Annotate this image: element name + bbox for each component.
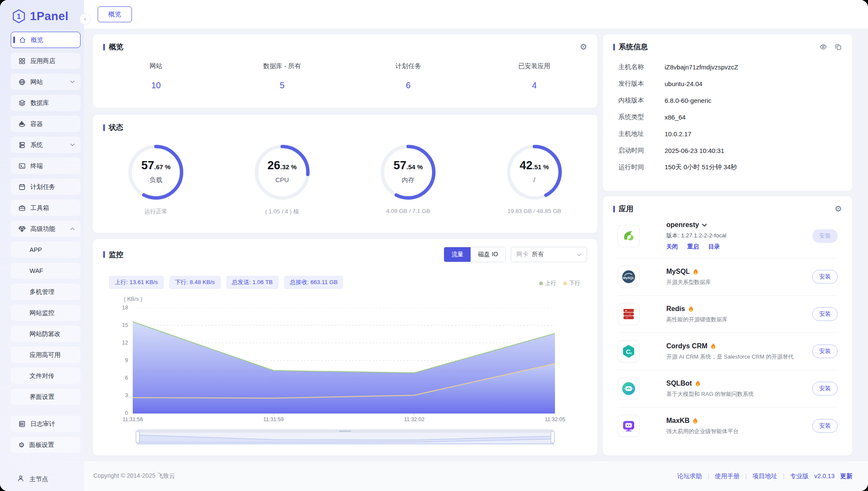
app-stop-link[interactable]: 关闭	[666, 243, 678, 251]
brush-grip[interactable]	[339, 431, 351, 432]
install-button[interactable]: 安装	[812, 344, 838, 358]
upload-speed-chip: 上行: 13.61 KB/s	[109, 276, 164, 289]
sidebar-item-tamper-proof[interactable]: 网站防篡改	[11, 326, 81, 342]
project-link[interactable]: 项目地址	[752, 472, 777, 480]
install-button[interactable]: 安装	[812, 382, 838, 395]
sidebar-menu: 概览 应用商店 网站 数据库 容器 系统	[0, 32, 84, 458]
sidebar-item-file-transfer[interactable]: 文件对传	[11, 368, 81, 384]
disk-io-tab[interactable]: 磁盘 IO	[471, 247, 505, 262]
sidebar-item-container[interactable]: 容器	[11, 116, 81, 132]
sidebar-item-waf[interactable]: WAF	[11, 263, 81, 279]
stat-databases: 数据库 - 所有 5	[219, 62, 346, 90]
app-row-maxkb: MaxKB 强大易用的企业级智能体平台 安装	[617, 407, 838, 444]
legend-dot	[563, 281, 567, 285]
app-description: 强大易用的企业级智能体平台	[666, 428, 807, 435]
chevron-down-icon	[70, 143, 75, 147]
status-title: 状态	[109, 123, 123, 132]
sysinfo-kernel: 内核版本6.8.0-60-generic	[618, 92, 840, 109]
sidebar-item-ui-settings[interactable]: 界面设置	[11, 389, 81, 405]
y-axis-tick: 9	[125, 357, 128, 363]
traffic-stats: 上行: 13.61 KB/s 下行: 8.48 KB/s 总发送: 1.06 T…	[109, 276, 343, 289]
gear-icon[interactable]: ⚙	[835, 205, 842, 213]
sidebar-item-logs[interactable]: 日志审计	[11, 416, 81, 432]
update-link[interactable]: 更新	[840, 472, 853, 480]
app-row-cordys-crm: C Cordys CRM 开源 AI CRM 系统，是 Salesforce C…	[617, 333, 838, 370]
version-label: v2.0.13	[814, 473, 835, 479]
sysinfo-uptime: 运行时间150天 0小时 51分钟 34秒	[618, 159, 840, 176]
flame-icon	[710, 343, 716, 350]
1panel-logo-icon: 1	[11, 9, 27, 24]
sidebar-item-terminal[interactable]: 终端	[11, 158, 81, 174]
forum-help-link[interactable]: 论坛求助	[677, 472, 702, 480]
sidebar-item-cronjob[interactable]: 计划任务	[11, 179, 81, 195]
database-icon	[18, 99, 26, 107]
flame-icon	[688, 305, 694, 312]
traffic-area-chart	[133, 308, 555, 416]
log-list-icon	[18, 420, 26, 428]
system-info-title: 系统信息	[619, 42, 648, 52]
traffic-tab[interactable]: 流量	[444, 247, 471, 262]
chevron-down-icon[interactable]	[702, 223, 707, 227]
sidebar-item-website[interactable]: 网站	[11, 74, 81, 90]
sidebar-item-overview[interactable]: 概览	[11, 32, 81, 48]
1panel-app: 1 1Panel ‹ 概览 应用商店 网站 数据库	[0, 0, 868, 491]
brush-handle-left[interactable]	[136, 431, 140, 443]
status-card: 状态 57.67 % 负载 运行正常	[93, 115, 597, 233]
network-card-select[interactable]: 网卡 所有	[511, 247, 587, 262]
logo-text: 1Panel	[30, 10, 69, 23]
eye-icon[interactable]	[820, 43, 827, 51]
x-axis-label: 11:31:56	[122, 416, 143, 422]
manual-link[interactable]: 使用手册	[715, 472, 740, 480]
appstore-icon	[18, 57, 26, 65]
gauge-memory: 57.54 % 内存 4.09 GB / 7.1 GB	[345, 140, 471, 216]
sidebar-item-app-ha[interactable]: 应用高可用	[11, 347, 81, 363]
redis-logo	[617, 303, 640, 325]
sidebar-collapse-button[interactable]: ‹	[79, 13, 91, 25]
copy-icon[interactable]	[835, 43, 842, 51]
brush-handle-right[interactable]	[551, 431, 555, 443]
tab-overview[interactable]: 概览	[98, 6, 132, 22]
sidebar-item-pro-features[interactable]: 高级功能	[11, 221, 81, 237]
sidebar-item-app[interactable]: APP	[11, 242, 81, 258]
stat-value[interactable]: 4	[471, 81, 598, 90]
app-directory-link[interactable]: 目录	[708, 243, 720, 251]
chevron-up-icon	[70, 227, 75, 231]
app-restart-link[interactable]: 重启	[687, 243, 699, 251]
sysinfo-arch: 系统类型x86_64	[618, 109, 840, 126]
legend-upload[interactable]: 上行	[539, 279, 556, 287]
stat-value[interactable]: 6	[345, 81, 471, 90]
openresty-logo	[617, 225, 640, 247]
sysinfo-boot-time: 启动时间2025-06-23 10:40:31	[618, 142, 840, 159]
sidebar-item-toolbox[interactable]: 工具箱	[11, 200, 81, 216]
stat-value[interactable]: 5	[219, 81, 346, 90]
sidebar-item-appstore[interactable]: 应用商店	[11, 53, 81, 69]
sidebar-item-database[interactable]: 数据库	[11, 95, 81, 111]
svg-text:MySQL: MySQL	[623, 276, 634, 280]
install-button[interactable]: 安装	[812, 270, 838, 284]
server-icon	[18, 141, 26, 149]
sidebar-item-site-monitor[interactable]: 网站监控	[11, 305, 81, 321]
master-node-selector[interactable]: 主节点	[17, 475, 48, 483]
install-button[interactable]: 安装	[812, 307, 838, 321]
install-button[interactable]: 安装	[812, 229, 838, 243]
stat-websites: 网站 10	[93, 62, 219, 90]
stat-value[interactable]: 10	[93, 81, 219, 90]
sidebar-item-panel-settings[interactable]: ⚙ 面板设置	[11, 437, 81, 453]
sidebar-item-system[interactable]: 系统	[11, 137, 81, 153]
sidebar-item-multi-host[interactable]: 多机管理	[11, 284, 81, 300]
y-axis-tick: 0	[125, 410, 128, 416]
gear-icon[interactable]: ⚙	[580, 43, 587, 51]
logo: 1 1Panel	[11, 9, 69, 24]
system-info-card: 系统信息 主机名称iZ8vbajn71zfmdjvzspvzcZ 发行版本ubu…	[603, 34, 852, 191]
legend-download[interactable]: 下行	[563, 279, 580, 287]
install-button[interactable]: 安装	[812, 419, 838, 433]
mysql-logo: MySQL	[617, 266, 640, 288]
y-axis-tick: 15	[122, 322, 128, 328]
brush-mini-chart	[137, 433, 554, 444]
flame-icon	[693, 268, 698, 275]
svg-text:C: C	[626, 348, 631, 355]
sysinfo-host-address: 主机地址10.0.2.17	[618, 126, 840, 142]
monitor-card: 监控 流量 磁盘 IO 网卡 所有 上行: 13.61 KB/s 下行: 8.4…	[93, 239, 597, 455]
edition-label[interactable]: 专业版	[790, 472, 809, 480]
chart-zoom-brush[interactable]	[137, 429, 553, 444]
